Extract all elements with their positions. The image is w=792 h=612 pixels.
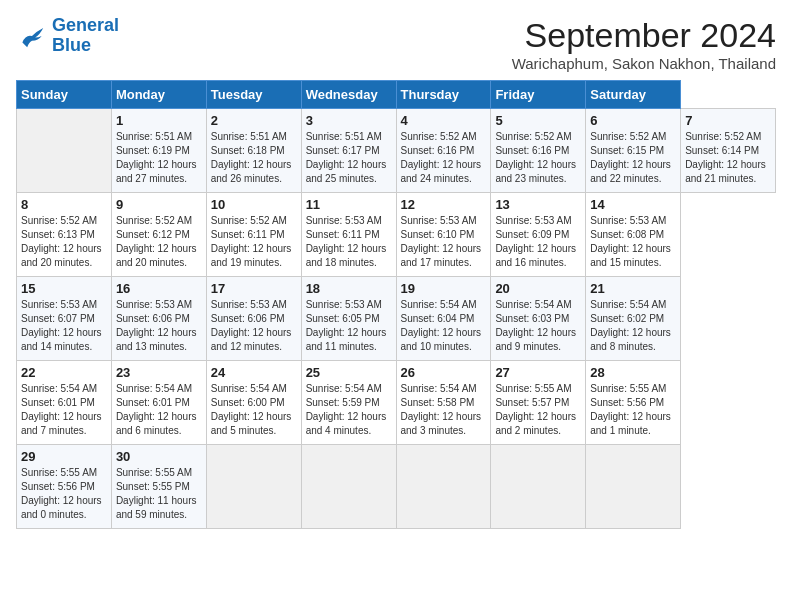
day-number: 29 [21,449,107,464]
calendar-table: SundayMondayTuesdayWednesdayThursdayFrid… [16,80,776,529]
day-number: 22 [21,365,107,380]
calendar-cell: 17Sunrise: 5:53 AMSunset: 6:06 PMDayligh… [206,277,301,361]
day-number: 5 [495,113,581,128]
day-info: Sunrise: 5:52 AMSunset: 6:16 PMDaylight:… [401,130,487,186]
day-info: Sunrise: 5:53 AMSunset: 6:05 PMDaylight:… [306,298,392,354]
calendar-cell: 2Sunrise: 5:51 AMSunset: 6:18 PMDaylight… [206,109,301,193]
day-header-thursday: Thursday [396,81,491,109]
day-number: 4 [401,113,487,128]
calendar-cell: 25Sunrise: 5:54 AMSunset: 5:59 PMDayligh… [301,361,396,445]
day-info: Sunrise: 5:52 AMSunset: 6:12 PMDaylight:… [116,214,202,270]
day-header-saturday: Saturday [586,81,681,109]
calendar-cell [491,445,586,529]
month-title: September 2024 [512,16,776,55]
day-info: Sunrise: 5:52 AMSunset: 6:13 PMDaylight:… [21,214,107,270]
calendar-week-row: 22Sunrise: 5:54 AMSunset: 6:01 PMDayligh… [17,361,776,445]
day-number: 26 [401,365,487,380]
day-info: Sunrise: 5:51 AMSunset: 6:17 PMDaylight:… [306,130,392,186]
day-info: Sunrise: 5:51 AMSunset: 6:19 PMDaylight:… [116,130,202,186]
day-info: Sunrise: 5:54 AMSunset: 6:03 PMDaylight:… [495,298,581,354]
day-number: 21 [590,281,676,296]
calendar-cell: 30Sunrise: 5:55 AMSunset: 5:55 PMDayligh… [111,445,206,529]
calendar-cell: 20Sunrise: 5:54 AMSunset: 6:03 PMDayligh… [491,277,586,361]
day-number: 19 [401,281,487,296]
calendar-cell: 27Sunrise: 5:55 AMSunset: 5:57 PMDayligh… [491,361,586,445]
calendar-cell: 23Sunrise: 5:54 AMSunset: 6:01 PMDayligh… [111,361,206,445]
calendar-week-row: 15Sunrise: 5:53 AMSunset: 6:07 PMDayligh… [17,277,776,361]
calendar-week-row: 29Sunrise: 5:55 AMSunset: 5:56 PMDayligh… [17,445,776,529]
day-info: Sunrise: 5:54 AMSunset: 6:00 PMDaylight:… [211,382,297,438]
day-number: 17 [211,281,297,296]
day-number: 20 [495,281,581,296]
day-info: Sunrise: 5:55 AMSunset: 5:57 PMDaylight:… [495,382,581,438]
day-header-sunday: Sunday [17,81,112,109]
calendar-cell: 29Sunrise: 5:55 AMSunset: 5:56 PMDayligh… [17,445,112,529]
calendar-cell: 11Sunrise: 5:53 AMSunset: 6:11 PMDayligh… [301,193,396,277]
calendar-cell: 28Sunrise: 5:55 AMSunset: 5:56 PMDayligh… [586,361,681,445]
day-number: 28 [590,365,676,380]
day-number: 11 [306,197,392,212]
day-header-friday: Friday [491,81,586,109]
calendar-cell: 19Sunrise: 5:54 AMSunset: 6:04 PMDayligh… [396,277,491,361]
day-info: Sunrise: 5:54 AMSunset: 5:59 PMDaylight:… [306,382,392,438]
calendar-cell: 14Sunrise: 5:53 AMSunset: 6:08 PMDayligh… [586,193,681,277]
day-number: 10 [211,197,297,212]
calendar-cell: 12Sunrise: 5:53 AMSunset: 6:10 PMDayligh… [396,193,491,277]
calendar-cell [586,445,681,529]
calendar-cell: 18Sunrise: 5:53 AMSunset: 6:05 PMDayligh… [301,277,396,361]
day-number: 12 [401,197,487,212]
day-number: 25 [306,365,392,380]
day-number: 6 [590,113,676,128]
calendar-cell: 24Sunrise: 5:54 AMSunset: 6:00 PMDayligh… [206,361,301,445]
day-info: Sunrise: 5:55 AMSunset: 5:56 PMDaylight:… [590,382,676,438]
day-info: Sunrise: 5:54 AMSunset: 6:01 PMDaylight:… [116,382,202,438]
day-info: Sunrise: 5:52 AMSunset: 6:15 PMDaylight:… [590,130,676,186]
calendar-cell: 21Sunrise: 5:54 AMSunset: 6:02 PMDayligh… [586,277,681,361]
day-number: 24 [211,365,297,380]
day-number: 7 [685,113,771,128]
day-number: 1 [116,113,202,128]
day-info: Sunrise: 5:52 AMSunset: 6:14 PMDaylight:… [685,130,771,186]
day-number: 27 [495,365,581,380]
header: General Blue September 2024 Warichaphum,… [16,16,776,72]
day-info: Sunrise: 5:52 AMSunset: 6:11 PMDaylight:… [211,214,297,270]
day-info: Sunrise: 5:53 AMSunset: 6:11 PMDaylight:… [306,214,392,270]
day-info: Sunrise: 5:55 AMSunset: 5:55 PMDaylight:… [116,466,202,522]
day-info: Sunrise: 5:54 AMSunset: 5:58 PMDaylight:… [401,382,487,438]
calendar-cell [396,445,491,529]
calendar-week-row: 1Sunrise: 5:51 AMSunset: 6:19 PMDaylight… [17,109,776,193]
day-info: Sunrise: 5:54 AMSunset: 6:01 PMDaylight:… [21,382,107,438]
logo-text: General Blue [52,16,119,56]
calendar-cell: 5Sunrise: 5:52 AMSunset: 6:16 PMDaylight… [491,109,586,193]
calendar-week-row: 8Sunrise: 5:52 AMSunset: 6:13 PMDaylight… [17,193,776,277]
calendar-cell [17,109,112,193]
calendar-cell: 15Sunrise: 5:53 AMSunset: 6:07 PMDayligh… [17,277,112,361]
logo-bird-icon [16,20,48,52]
calendar-cell: 16Sunrise: 5:53 AMSunset: 6:06 PMDayligh… [111,277,206,361]
day-number: 13 [495,197,581,212]
day-number: 18 [306,281,392,296]
calendar-cell: 4Sunrise: 5:52 AMSunset: 6:16 PMDaylight… [396,109,491,193]
day-info: Sunrise: 5:53 AMSunset: 6:10 PMDaylight:… [401,214,487,270]
day-number: 14 [590,197,676,212]
day-number: 2 [211,113,297,128]
day-info: Sunrise: 5:53 AMSunset: 6:06 PMDaylight:… [211,298,297,354]
day-info: Sunrise: 5:53 AMSunset: 6:09 PMDaylight:… [495,214,581,270]
logo: General Blue [16,16,119,56]
title-area: September 2024 Warichaphum, Sakon Nakhon… [512,16,776,72]
calendar-cell [301,445,396,529]
calendar-cell: 6Sunrise: 5:52 AMSunset: 6:15 PMDaylight… [586,109,681,193]
day-info: Sunrise: 5:53 AMSunset: 6:06 PMDaylight:… [116,298,202,354]
day-info: Sunrise: 5:51 AMSunset: 6:18 PMDaylight:… [211,130,297,186]
location-title: Warichaphum, Sakon Nakhon, Thailand [512,55,776,72]
day-info: Sunrise: 5:55 AMSunset: 5:56 PMDaylight:… [21,466,107,522]
calendar-cell: 7Sunrise: 5:52 AMSunset: 6:14 PMDaylight… [681,109,776,193]
header-row: SundayMondayTuesdayWednesdayThursdayFrid… [17,81,776,109]
day-header-tuesday: Tuesday [206,81,301,109]
day-info: Sunrise: 5:54 AMSunset: 6:04 PMDaylight:… [401,298,487,354]
calendar-cell: 22Sunrise: 5:54 AMSunset: 6:01 PMDayligh… [17,361,112,445]
day-info: Sunrise: 5:53 AMSunset: 6:07 PMDaylight:… [21,298,107,354]
day-number: 23 [116,365,202,380]
calendar-cell [206,445,301,529]
day-number: 8 [21,197,107,212]
